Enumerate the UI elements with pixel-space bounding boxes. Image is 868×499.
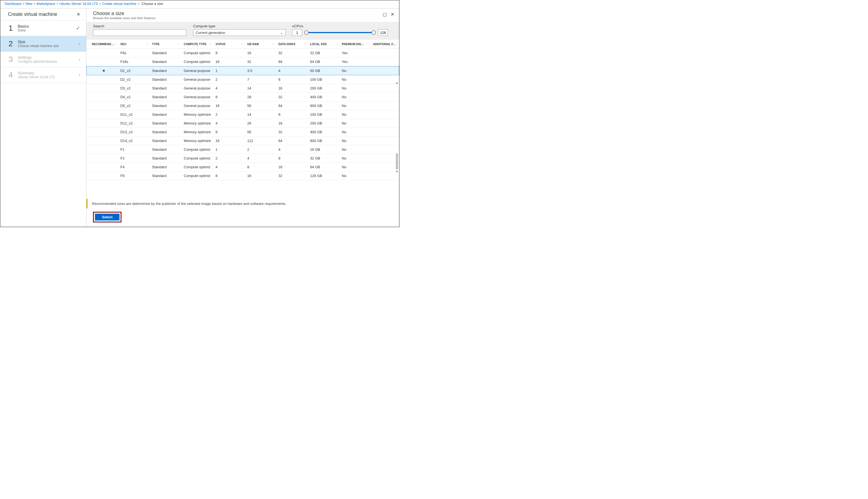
sort-icon[interactable]: ↑↓ (336, 42, 338, 45)
close-icon[interactable]: ✕ (391, 12, 394, 17)
cell-ct: Memory optimize (182, 110, 213, 119)
cell-dd: 4 (276, 145, 308, 154)
breadcrumb-link[interactable]: New (25, 2, 32, 6)
breadcrumb-current: Choose a size (142, 2, 163, 6)
cell-rec (86, 128, 118, 136)
wizard-step-basics[interactable]: 1BasicsDone✓ (0, 20, 86, 36)
close-icon[interactable]: ✕ (75, 11, 82, 17)
column-header[interactable]: VCPUS↑↓ (213, 40, 245, 49)
vcpus-max-input[interactable] (378, 29, 388, 36)
sort-icon[interactable]: ↑↓ (395, 42, 398, 45)
select-button[interactable]: Select (95, 214, 120, 220)
table-row[interactable]: D5_v2StandardGeneral purpose165664800 GB… (86, 101, 399, 110)
column-header[interactable]: RECOMMEND...↑↓ (86, 40, 118, 49)
cell-rec (86, 93, 118, 101)
table-row[interactable]: D13_v2StandardMemory optimize85632400 GB… (86, 128, 399, 136)
wizard-blade: Create virtual machine ✕ 1BasicsDone✓2Si… (0, 9, 86, 227)
breadcrumb-link[interactable]: Dashboard (5, 2, 21, 6)
compute-type-select[interactable]: Current generation ⌄ (193, 29, 285, 36)
slider-thumb-min[interactable] (304, 31, 308, 35)
restore-icon[interactable]: ▢ (383, 12, 387, 17)
table-row[interactable]: ★D1_v2StandardGeneral purpose13.5450 GBN… (86, 66, 399, 75)
cell-ct: Compute optimiz (182, 154, 213, 163)
sort-icon[interactable]: ↑↓ (114, 42, 117, 45)
step-title: Basics (18, 24, 76, 28)
cell-rec (86, 136, 118, 145)
table-row[interactable]: D4_v2StandardGeneral purpose82832400 GBN… (86, 93, 399, 101)
table-row[interactable]: D11_v2StandardMemory optimize2148100 GBN… (86, 110, 399, 119)
table-row[interactable]: D2_v2StandardGeneral purpose278100 GBNo (86, 75, 399, 84)
cell-ssd: 200 GB (308, 84, 340, 93)
cell-ram: 56 (245, 128, 276, 136)
column-header[interactable]: GB RAM↑↓ (245, 40, 276, 49)
sort-icon[interactable]: ↑↓ (241, 42, 243, 45)
sort-icon[interactable]: ↑↓ (178, 42, 180, 45)
cell-ssd: 400 GB (308, 128, 340, 136)
table-row[interactable]: F4StandardCompute optimiz481664 GBNo (86, 163, 399, 171)
cell-vcpus: 16 (213, 58, 245, 66)
column-header[interactable]: ADDITIONAL F...↑↓ (371, 40, 399, 49)
table-row[interactable]: F8StandardCompute optimiz81632128 GBNo (86, 171, 399, 180)
cell-prem: No (340, 128, 371, 136)
table-row[interactable]: D12_v2StandardMemory optimize42816200 GB… (86, 119, 399, 128)
cell-ram: 112 (245, 136, 276, 145)
cell-vcpus: 8 (213, 93, 245, 101)
step-number: 4 (6, 71, 16, 79)
cell-vcpus: 2 (213, 75, 245, 84)
cell-ssd: 32 GB (308, 49, 340, 58)
scroll-up-icon[interactable]: ▲ (395, 81, 399, 85)
breadcrumb-link[interactable]: Create virtual machine (102, 2, 136, 6)
table-row[interactable]: D3_v2StandardGeneral purpose41416200 GBN… (86, 84, 399, 93)
cell-rec (86, 101, 118, 110)
cell-rec (86, 119, 118, 128)
breadcrumb-link[interactable]: Marketplace (37, 2, 55, 6)
search-input[interactable] (93, 29, 186, 36)
vcpus-min-input[interactable] (292, 29, 302, 36)
vcpus-slider[interactable] (305, 29, 375, 36)
wizard-step-size[interactable]: 2SizeChoose virtual machine size› (0, 36, 86, 52)
cell-dd: 8 (276, 110, 308, 119)
table-row[interactable]: F16sStandardCompute optimiz16326464 GBYe… (86, 58, 399, 66)
slider-thumb-max[interactable] (371, 31, 376, 35)
cell-add (371, 58, 399, 66)
table-scrollbar[interactable]: ▲ ▼ (395, 81, 399, 169)
cell-sku: D13_v2 (118, 128, 150, 136)
scrollbar-thumb[interactable] (396, 153, 398, 170)
column-header[interactable]: COMPUTE TYPE↑↓ (182, 40, 213, 49)
cell-sku: F16s (118, 58, 150, 66)
sort-icon[interactable]: ↑↓ (209, 42, 212, 45)
cell-sku: D2_v2 (118, 75, 150, 84)
cell-vcpus: 16 (213, 101, 245, 110)
cell-dd: 64 (276, 101, 308, 110)
chevron-right-icon: > (99, 2, 101, 6)
breadcrumb-link[interactable]: Ubuntu Server 16.04 LTS (59, 2, 98, 6)
sort-icon[interactable]: ↑↓ (272, 42, 274, 45)
cell-ram: 3.5 (245, 66, 276, 75)
cell-prem: No (340, 101, 371, 110)
cell-ct: Compute optimiz (182, 163, 213, 171)
wizard-step-summary: 4SummaryUbuntu Server 16.04 LTS› (0, 67, 86, 83)
cell-ram: 14 (245, 84, 276, 93)
column-header[interactable]: SKU↑↓ (118, 40, 150, 49)
sort-icon[interactable]: ↑↓ (146, 42, 148, 45)
scroll-down-icon[interactable]: ▼ (395, 170, 399, 174)
sort-icon[interactable]: ↑↓ (367, 42, 369, 45)
column-header[interactable]: DATA DISKS↑↓ (276, 40, 308, 49)
cell-type: Standard (150, 128, 182, 136)
table-row[interactable]: D14_v2StandardMemory optimize1611264800 … (86, 136, 399, 145)
cell-prem: No (340, 154, 371, 163)
sort-icon[interactable]: ↑↓ (304, 42, 306, 45)
cell-add (371, 66, 399, 75)
cell-prem: No (340, 171, 371, 180)
table-row[interactable]: F2StandardCompute optimiz24832 GBNo (86, 154, 399, 163)
column-header[interactable]: TYPE↑↓ (150, 40, 182, 49)
table-row[interactable]: F8sStandardCompute optimiz8163232 GBYes (86, 49, 399, 58)
star-icon: ★ (102, 69, 106, 73)
table-row[interactable]: F1StandardCompute optimiz12416 GBNo (86, 145, 399, 154)
cell-rec (86, 171, 118, 180)
cell-ram: 16 (245, 171, 276, 180)
column-header[interactable]: LOCAL SSD↑↓ (308, 40, 340, 49)
cell-type: Standard (150, 136, 182, 145)
column-header[interactable]: PREMIUM DIS...↑↓ (340, 40, 371, 49)
info-message: Recommended sizes are determined by the … (86, 199, 399, 208)
